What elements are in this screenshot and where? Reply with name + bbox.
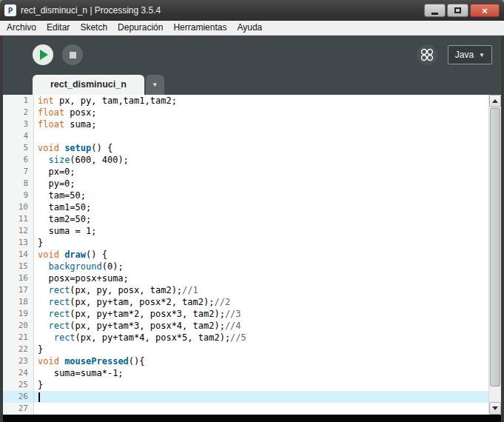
chevron-down-icon: ▼ bbox=[479, 52, 485, 58]
run-button[interactable] bbox=[33, 44, 53, 65]
line-number: 2 bbox=[3, 107, 34, 118]
code-text[interactable]: rect(px, py+tam*4, posx*5, tam2);//5 bbox=[34, 332, 488, 344]
close-icon: × bbox=[482, 6, 488, 16]
scrollbar-up-button[interactable] bbox=[489, 95, 501, 107]
menu-bar: ArchivoEditarSketchDepuraciónHerramienta… bbox=[0, 21, 504, 36]
menu-item-ayuda[interactable]: Ayuda bbox=[232, 21, 267, 35]
editor-line-2: 2float posx; bbox=[3, 107, 488, 118]
menu-item-sketch[interactable]: Sketch bbox=[75, 21, 112, 35]
code-text[interactable]: tam=50; bbox=[34, 190, 488, 201]
code-text[interactable] bbox=[34, 391, 488, 403]
line-number: 7 bbox=[3, 166, 34, 178]
title-bar[interactable]: P rect_disminuci_n | Processing 3.5.4 × bbox=[0, 0, 504, 21]
editor-line-13: 13} bbox=[3, 237, 488, 249]
line-number: 9 bbox=[3, 190, 34, 201]
stop-icon bbox=[70, 52, 76, 58]
menu-item-herramientas[interactable]: Herramientas bbox=[168, 21, 232, 35]
maximize-button[interactable] bbox=[447, 4, 468, 17]
code-text[interactable]: py=0; bbox=[34, 178, 488, 190]
code-text[interactable]: } bbox=[34, 237, 488, 249]
minimize-icon bbox=[431, 13, 438, 15]
window-title: rect_disminuci_n | Processing 3.5.4 bbox=[21, 5, 424, 16]
tab-rect-disminuci-n[interactable]: rect_disminuci_n bbox=[33, 75, 144, 95]
play-icon bbox=[40, 50, 48, 60]
editor-line-9: 9 tam=50; bbox=[3, 190, 488, 201]
line-number: 13 bbox=[3, 237, 34, 249]
editor-line-26: 26 bbox=[3, 391, 488, 403]
editor-line-22: 22} bbox=[3, 344, 488, 355]
line-number: 6 bbox=[3, 154, 34, 166]
debug-button[interactable] bbox=[417, 44, 437, 65]
line-number: 26 bbox=[3, 391, 34, 403]
vertical-scrollbar[interactable] bbox=[488, 95, 501, 415]
code-text[interactable]: posx=posx+suma; bbox=[34, 272, 488, 284]
line-number: 19 bbox=[3, 308, 34, 320]
code-text[interactable] bbox=[34, 403, 488, 415]
window-body: Java ▼ rect_disminuci_n ▼ 1int px, py, t… bbox=[3, 36, 501, 422]
processing-window: P rect_disminuci_n | Processing 3.5.4 × … bbox=[0, 0, 504, 422]
code-text[interactable]: void setup() { bbox=[34, 142, 488, 154]
code-text[interactable] bbox=[34, 130, 488, 142]
code-text[interactable]: float posx; bbox=[34, 107, 488, 118]
code-text[interactable]: float suma; bbox=[34, 118, 488, 130]
code-text[interactable]: suma=suma*-1; bbox=[34, 367, 488, 379]
scroll-up-icon bbox=[492, 99, 498, 103]
code-text[interactable]: px=0; bbox=[34, 166, 488, 178]
line-number: 10 bbox=[3, 201, 34, 213]
line-number: 14 bbox=[3, 249, 34, 261]
editor-line-3: 3float suma; bbox=[3, 118, 488, 130]
code-text[interactable]: void draw() { bbox=[34, 249, 488, 261]
line-number: 18 bbox=[3, 296, 34, 308]
code-lines[interactable]: 1int px, py, tam,tam1,tam2;2float posx;3… bbox=[3, 95, 488, 415]
editor-line-1: 1int px, py, tam,tam1,tam2; bbox=[3, 95, 488, 107]
line-number: 27 bbox=[3, 403, 34, 415]
scrollbar-down-button[interactable] bbox=[489, 402, 501, 415]
editor-line-10: 10 tam1=50; bbox=[3, 201, 488, 213]
chevron-down-icon: ▼ bbox=[152, 81, 158, 88]
debug-bug-icon bbox=[419, 47, 435, 63]
code-text[interactable]: tam1=50; bbox=[34, 201, 488, 213]
code-text[interactable]: rect(px, py+tam*3, posx*4, tam2);//4 bbox=[34, 320, 488, 332]
code-text[interactable]: rect(px, py+tam*2, posx*3, tam2);//3 bbox=[34, 308, 488, 320]
minimize-button[interactable] bbox=[424, 4, 446, 17]
line-number: 25 bbox=[3, 379, 34, 391]
close-button[interactable]: × bbox=[470, 4, 500, 17]
code-text[interactable]: void mousePressed(){ bbox=[34, 355, 488, 367]
editor-line-11: 11 tam2=50; bbox=[3, 213, 488, 225]
line-number: 5 bbox=[3, 142, 34, 154]
text-caret bbox=[38, 392, 40, 402]
code-text[interactable]: } bbox=[34, 344, 488, 355]
processing-app-icon: P bbox=[4, 4, 16, 16]
scroll-down-icon bbox=[492, 406, 498, 410]
editor-line-19: 19 rect(px, py+tam*2, posx*3, tam2);//3 bbox=[3, 308, 488, 320]
scrollbar-thumb[interactable] bbox=[490, 108, 500, 386]
code-text[interactable]: tam2=50; bbox=[34, 213, 488, 225]
code-text[interactable]: int px, py, tam,tam1,tam2; bbox=[34, 95, 488, 107]
editor-line-5: 5void setup() { bbox=[3, 142, 488, 154]
menu-item-editar[interactable]: Editar bbox=[41, 21, 75, 35]
code-text[interactable]: size(600, 400); bbox=[34, 154, 488, 166]
menu-item-archivo[interactable]: Archivo bbox=[1, 21, 41, 35]
code-text[interactable]: suma = 1; bbox=[34, 225, 488, 237]
line-number: 4 bbox=[3, 130, 34, 142]
editor-line-7: 7 px=0; bbox=[3, 166, 488, 178]
mode-selector[interactable]: Java ▼ bbox=[448, 45, 492, 64]
editor-line-14: 14void draw() { bbox=[3, 249, 488, 261]
tab-bar: rect_disminuci_n ▼ bbox=[3, 74, 501, 95]
editor-line-27: 27 bbox=[3, 403, 488, 415]
editor-line-25: 25} bbox=[3, 379, 488, 391]
editor-line-18: 18 rect(px, py+tam, posx*2, tam2);//2 bbox=[3, 296, 488, 308]
code-text[interactable]: rect(px, py+tam, posx*2, tam2);//2 bbox=[34, 296, 488, 308]
editor-line-12: 12 suma = 1; bbox=[3, 225, 488, 237]
line-number: 12 bbox=[3, 225, 34, 237]
tab-menu-button[interactable]: ▼ bbox=[146, 75, 164, 95]
editor-line-4: 4 bbox=[3, 130, 488, 142]
editor-line-15: 15 background(0); bbox=[3, 261, 488, 272]
editor-line-24: 24 suma=suma*-1; bbox=[3, 367, 488, 379]
code-text[interactable]: } bbox=[34, 379, 488, 391]
menu-item-depuracion[interactable]: Depuración bbox=[112, 21, 168, 35]
code-text[interactable]: rect(px, py, posx, tam2);//1 bbox=[34, 284, 488, 296]
code-text[interactable]: background(0); bbox=[34, 261, 488, 272]
stop-button[interactable] bbox=[62, 44, 83, 65]
line-number: 22 bbox=[3, 344, 34, 355]
